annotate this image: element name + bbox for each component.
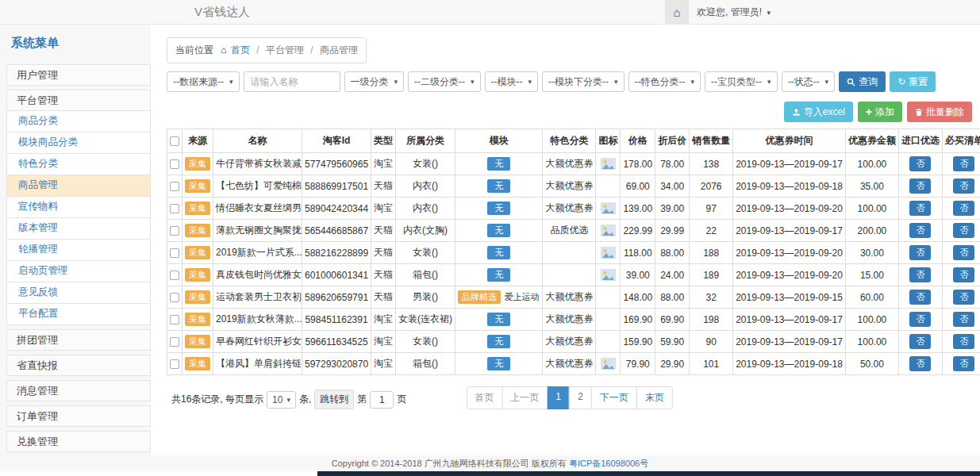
row-checkbox[interactable] [170, 337, 179, 347]
cell-category: 男装() [396, 286, 455, 309]
column-header-必买清单: 必买清单 [942, 129, 980, 153]
filter-select-模块下分类[interactable]: --模块下分类--▾ [542, 71, 625, 92]
sidebar-item-宣传物料[interactable]: 宣传物料 [6, 197, 151, 218]
row-checkbox[interactable] [170, 315, 179, 324]
must-buy-toggle[interactable]: 否 [953, 356, 974, 371]
import-optimal-toggle[interactable]: 否 [909, 156, 931, 171]
sidebar-item-商品分类[interactable]: 商品分类 [6, 111, 151, 132]
cell-select [167, 198, 183, 220]
must-buy-toggle[interactable]: 否 [953, 223, 974, 238]
import-optimal-toggle[interactable]: 否 [909, 201, 931, 216]
batch-delete-button[interactable]: 批量删除 [907, 102, 972, 122]
per-page-select[interactable]: 10 ▾ [267, 391, 296, 409]
page-button-2[interactable]: 2 [569, 386, 592, 409]
sidebar-item-版本管理[interactable]: 版本管理 [6, 218, 151, 240]
table-row: 采集【港风】单肩斜挎链条...597293020870淘宝箱包()无大额优惠券7… [167, 353, 980, 375]
row-checkbox[interactable] [170, 271, 179, 280]
reset-button[interactable]: ↻ 重置 [890, 71, 936, 92]
cell-module: 无 [455, 242, 543, 264]
row-checkbox[interactable] [170, 226, 179, 236]
name-filter-input[interactable] [244, 71, 340, 92]
filter-select-数据来源[interactable]: --数据来源--▾ [167, 71, 240, 92]
cell-feature-category [543, 242, 596, 264]
import-optimal-toggle[interactable]: 否 [909, 223, 931, 238]
must-buy-toggle[interactable]: 否 [953, 267, 974, 282]
sidebar-item-启动页管理[interactable]: 启动页管理 [6, 261, 151, 282]
import-optimal-toggle[interactable]: 否 [909, 245, 931, 260]
sidebar-item-商品管理[interactable]: 商品管理 [6, 175, 151, 197]
cell-module: 无 [455, 353, 543, 375]
icp-link[interactable]: 粤ICP备16098006号 [569, 459, 648, 468]
must-buy-toggle[interactable]: 否 [953, 245, 974, 260]
cell-coupon-amount: 30.00 [845, 242, 898, 264]
row-checkbox[interactable] [170, 293, 179, 302]
sidebar-item-模块商品分类[interactable]: 模块商品分类 [6, 132, 151, 154]
import-excel-button[interactable]: 导入excel [784, 102, 853, 122]
must-buy-toggle[interactable]: 否 [953, 156, 974, 171]
user-menu[interactable]: 欢迎您, 管理员! ▾ [689, 0, 775, 24]
must-buy-toggle[interactable]: 否 [953, 334, 974, 349]
cell-select [167, 286, 183, 309]
page-number-input[interactable] [370, 391, 394, 409]
must-buy-toggle[interactable]: 否 [953, 178, 974, 194]
import-optimal-toggle[interactable]: 否 [909, 290, 931, 305]
row-checkbox[interactable] [170, 159, 179, 169]
cell-coupon-amount: 200.00 [845, 220, 898, 242]
sidebar-item-特色分类[interactable]: 特色分类 [6, 154, 151, 175]
must-buy-toggle[interactable]: 否 [953, 312, 974, 327]
home-icon: ⌂ [674, 6, 681, 19]
sidebar-item-兑换管理[interactable]: 兑换管理 [6, 431, 151, 452]
module-badge: 无 [487, 224, 510, 237]
filter-select-模块[interactable]: --模块--▾ [485, 71, 539, 92]
add-button[interactable]: + 添加 [858, 102, 902, 122]
import-optimal-toggle[interactable]: 否 [909, 267, 931, 282]
sidebar-item-意见反馈[interactable]: 意见反馈 [6, 282, 151, 304]
breadcrumb-home-link[interactable]: 首页 [231, 44, 250, 56]
filter-select-特色分类[interactable]: --特色分类--▾ [628, 71, 701, 92]
must-buy-toggle[interactable]: 否 [953, 201, 974, 216]
row-checkbox[interactable] [170, 182, 179, 191]
sidebar-item-省直快报[interactable]: 省直快报 [6, 355, 151, 376]
cell-taoke-id: 596611634525 [302, 331, 371, 353]
filter-select-状态[interactable]: --状态--▾ [782, 71, 836, 92]
page-button-上一页[interactable]: 上一页 [502, 386, 548, 409]
home-button[interactable]: ⌂ [665, 0, 689, 24]
table-row: 采集早春网红针织开衫女春...596611634525淘宝女装()无大额优惠券1… [167, 331, 980, 353]
sidebar-item-平台配置[interactable]: 平台配置 [6, 304, 151, 325]
page-button-首页[interactable]: 首页 [466, 386, 502, 409]
jump-button[interactable]: 跳转到 [314, 390, 354, 409]
cell-source: 采集 [183, 286, 213, 309]
must-buy-toggle[interactable]: 否 [953, 290, 974, 305]
cell-coupon-time: 2019-09-13—2019-09-17 [733, 309, 846, 331]
bottom-dark-bar [317, 471, 980, 476]
row-checkbox[interactable] [170, 204, 179, 213]
filter-select-宝贝类型[interactable]: --宝贝类型--▾ [705, 71, 778, 92]
cell-icon [596, 353, 621, 375]
product-image [601, 269, 616, 281]
search-button[interactable]: 查询 [839, 71, 886, 92]
cell-icon [596, 309, 621, 331]
import-optimal-toggle[interactable]: 否 [909, 356, 931, 371]
import-optimal-toggle[interactable]: 否 [909, 334, 931, 349]
sidebar-item-拼团管理[interactable]: 拼团管理 [6, 329, 151, 351]
row-checkbox[interactable] [170, 359, 179, 369]
sidebar-item-轮播管理[interactable]: 轮播管理 [6, 240, 151, 261]
row-checkbox[interactable] [170, 248, 179, 258]
cell-price: 229.99 [621, 220, 655, 242]
table-row: 采集运动套装男士卫衣初秋...589620659791天猫男装()品牌精选 爱上… [167, 286, 980, 309]
sidebar-item-消息管理[interactable]: 消息管理 [6, 380, 151, 401]
cell-import-optimal: 否 [898, 220, 942, 242]
sidebar-item-订单管理[interactable]: 订单管理 [6, 405, 151, 427]
cell-source: 采集 [183, 175, 213, 198]
import-optimal-toggle[interactable]: 否 [909, 312, 931, 327]
page-button-下一页[interactable]: 下一页 [591, 386, 637, 409]
filter-select-二级分类[interactable]: --二级分类--▾ [408, 71, 481, 92]
select-all-checkbox[interactable] [170, 136, 179, 146]
page-button-末页[interactable]: 末页 [636, 386, 673, 409]
sidebar-item-平台管理[interactable]: 平台管理 [6, 90, 151, 111]
cell-discount-price: 29.90 [655, 353, 690, 375]
sidebar-item-用户管理[interactable]: 用户管理 [6, 64, 151, 86]
page-button-1[interactable]: 1 [547, 386, 570, 409]
import-optimal-toggle[interactable]: 否 [909, 178, 931, 194]
filter-select-一级分类[interactable]: 一级分类▾ [344, 71, 405, 92]
